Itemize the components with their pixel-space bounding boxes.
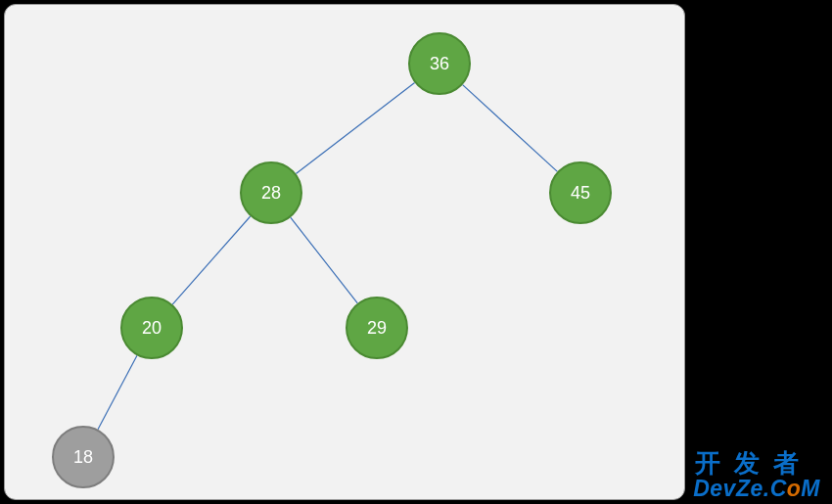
edge [296,82,414,173]
tree-node-18: 18 [52,426,115,488]
watermark-text-accent: o [787,476,802,501]
node-label: 45 [571,183,590,204]
diagram-canvas: 36 28 45 20 29 18 [4,4,685,500]
watermark-text: M [801,476,820,501]
edge [172,216,251,304]
watermark: 开发者 DevZe.CoM [693,450,820,500]
watermark-line2: DevZe.CoM [693,477,820,500]
tree-node-20: 20 [120,297,183,359]
node-label: 18 [73,447,93,468]
tree-node-45: 45 [549,161,612,224]
edge [291,217,358,303]
tree-node-29: 29 [346,297,408,359]
node-label: 20 [142,318,162,339]
watermark-line1: 开发者 [695,450,820,477]
node-label: 36 [430,54,449,74]
node-label: 28 [261,183,281,204]
watermark-text: DevZe.C [693,476,787,501]
tree-edges [5,5,686,501]
tree-node-36: 36 [408,32,471,95]
node-label: 29 [367,318,387,339]
edge [463,85,558,172]
edge [98,355,137,429]
tree-node-28: 28 [240,161,302,224]
